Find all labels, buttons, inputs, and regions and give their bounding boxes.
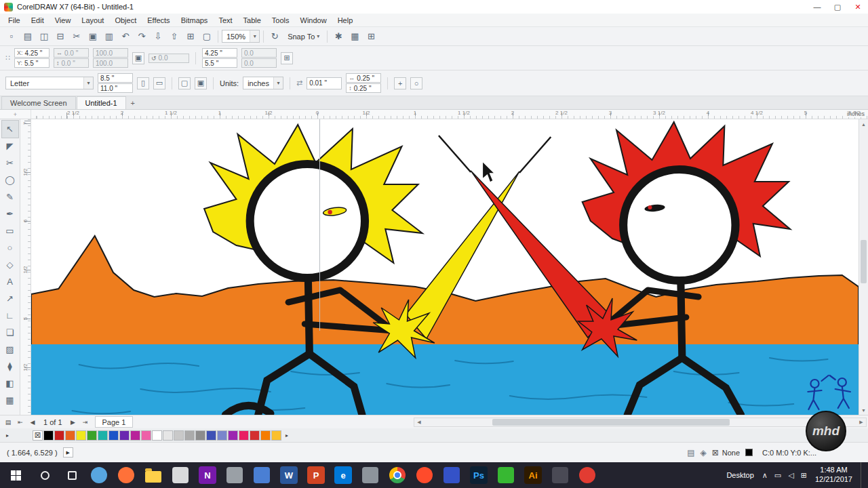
page-width-field[interactable]: 4.25 " [202, 48, 237, 58]
print-icon[interactable]: ⊟ [53, 29, 68, 44]
color-eyedropper-tool[interactable]: ⧫ [2, 358, 18, 375]
palette-scroll-left[interactable]: ▸ [3, 432, 12, 439]
app-screenshare[interactable] [492, 462, 519, 488]
nudge-distance-field[interactable]: 0.01 " [307, 77, 342, 89]
color-swatch[interactable] [195, 430, 205, 441]
color-swatch[interactable] [206, 430, 216, 441]
app-window[interactable] [357, 462, 384, 488]
color-swatch[interactable] [239, 430, 249, 441]
duplicate-x-field[interactable]: ↔0.25 " [346, 73, 381, 83]
transparency-tool[interactable]: ▨ [2, 341, 18, 358]
pos-x2-field[interactable]: 0.0 [241, 48, 277, 58]
app-dark[interactable] [547, 462, 574, 488]
page-height-field[interactable]: 5.5 " [202, 58, 237, 68]
landscape-button[interactable]: ▭ [153, 77, 165, 89]
page-height-input[interactable]: 11.0 " [98, 83, 133, 93]
duplicate-y-field[interactable]: ↕0.25 " [346, 83, 381, 93]
open-icon[interactable]: ▤ [20, 29, 35, 44]
app-opera[interactable] [411, 462, 438, 488]
app-powerpoint[interactable]: P [302, 462, 330, 488]
app-record[interactable] [574, 462, 601, 488]
app-blue[interactable] [248, 462, 275, 488]
rotation-angle-field[interactable]: ↺ 0.0 [149, 54, 189, 63]
text-tool[interactable]: A [2, 273, 18, 290]
guidelines-icon[interactable]: ▦ [347, 29, 362, 44]
connector-tool[interactable]: ∟ [2, 307, 18, 324]
first-page-button[interactable]: ⇤ [15, 419, 26, 426]
color-swatch[interactable] [87, 430, 97, 441]
desktop-label[interactable]: Desktop [726, 471, 753, 479]
vertical-scrollbar[interactable]: ▲ ▼ [859, 119, 868, 415]
taskbar-clock[interactable]: 1:48 AM 12/21/2017 [815, 466, 852, 485]
color-swatch[interactable] [130, 430, 140, 441]
page-tab[interactable]: Page 1 [95, 416, 134, 428]
previous-page-button[interactable]: ◀ [27, 419, 38, 426]
menu-item-view[interactable]: View [50, 14, 77, 26]
menu-item-tools[interactable]: Tools [267, 14, 295, 26]
zoom-level-select[interactable]: 150% ▾ [222, 30, 260, 43]
vertical-ruler[interactable]: 71/261/251/2 [20, 119, 31, 415]
interactive-fill-tool[interactable]: ◧ [2, 375, 18, 392]
refresh-icon[interactable]: ↻ [267, 29, 282, 44]
volume-icon[interactable]: ◁ [788, 471, 793, 480]
task-view-button[interactable] [58, 462, 85, 488]
color-swatch[interactable] [271, 430, 281, 441]
menu-item-help[interactable]: Help [332, 14, 359, 26]
app-media[interactable] [438, 462, 465, 488]
freehand-tool[interactable]: ✎ [2, 188, 18, 205]
polygon-tool[interactable]: ◇ [2, 256, 18, 273]
color-swatch[interactable] [163, 430, 173, 441]
app-gray[interactable] [221, 462, 248, 488]
app-photoshop[interactable]: Ps [465, 462, 492, 488]
x-position-field[interactable]: X:4.25 " [14, 48, 50, 58]
width-field[interactable]: ↔0.0 " [54, 48, 89, 58]
menu-item-window[interactable]: Window [295, 14, 332, 26]
scroll-left-arrow[interactable]: ◀ [414, 420, 424, 425]
color-swatch[interactable] [152, 430, 162, 441]
document-tab-untitled-1[interactable]: Untitled-1 [77, 96, 126, 109]
color-swatch[interactable] [119, 430, 130, 441]
scale-y-field[interactable]: 100.0 [93, 58, 128, 68]
show-desktop-button[interactable] [861, 462, 865, 488]
color-swatch[interactable] [174, 430, 184, 441]
zoom-tool[interactable]: ◯ [2, 171, 18, 188]
document-tab-welcome-screen[interactable]: Welcome Screen [1, 96, 76, 109]
current-page-button[interactable]: ▣ [195, 77, 207, 89]
horizontal-ruler[interactable]: inches 2 1/221 1/211/201/211 1/222 1/233… [31, 110, 868, 119]
app-onenote[interactable]: N [194, 462, 221, 488]
scale-x-field[interactable]: 100.0 [93, 48, 128, 58]
color-swatch[interactable] [43, 430, 54, 441]
scroll-up-arrow[interactable]: ▲ [859, 119, 868, 129]
color-swatch[interactable] [217, 430, 227, 441]
app-word[interactable]: W [275, 462, 302, 488]
color-swatch[interactable] [98, 430, 108, 441]
paper-size-select[interactable]: Letter ▾ [5, 77, 94, 89]
page-width-input[interactable]: 8.5 " [98, 73, 133, 83]
color-swatch[interactable] [108, 430, 119, 441]
minimize-button[interactable]: — [807, 0, 827, 14]
app-store[interactable] [167, 462, 194, 488]
mesh-fill-tool[interactable]: ▦ [2, 392, 18, 409]
dimension-tool[interactable]: ↗ [2, 290, 18, 307]
new-tab-button[interactable]: + [127, 96, 139, 109]
menu-item-object[interactable]: Object [109, 14, 142, 26]
app-illustrator[interactable]: Ai [519, 462, 547, 488]
document-info-icon[interactable]: ▤ [687, 448, 694, 458]
run-macro-button[interactable]: ▶ [63, 447, 73, 458]
menu-item-file[interactable]: File [3, 14, 26, 26]
color-swatch[interactable] [141, 430, 151, 441]
horizontal-scroll-thumb[interactable] [492, 419, 730, 426]
search-button[interactable] [31, 462, 58, 488]
artistic-media-tool[interactable]: ✒ [2, 205, 18, 222]
units-select[interactable]: inches ▾ [243, 77, 283, 89]
shape-tool[interactable]: ◤ [2, 138, 18, 155]
treat-as-filled-button[interactable]: + [394, 77, 406, 89]
import-icon[interactable]: ⇩ [151, 29, 165, 44]
menu-item-text[interactable]: Text [213, 14, 237, 26]
chevron-up-icon[interactable]: ∧ [762, 471, 768, 480]
app-file-explorer[interactable] [140, 462, 167, 488]
menu-item-table[interactable]: Table [238, 14, 267, 26]
vertical-scroll-thumb[interactable] [861, 240, 867, 283]
crop-tool[interactable]: ✂ [2, 155, 18, 171]
color-swatch[interactable] [76, 430, 86, 441]
